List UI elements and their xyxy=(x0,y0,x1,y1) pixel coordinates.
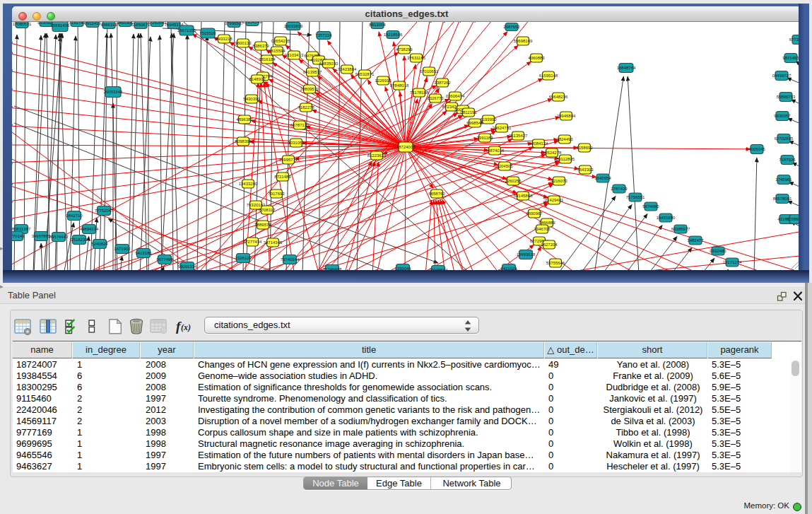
svg-text:55698169: 55698169 xyxy=(514,39,533,43)
svg-text:7357224: 7357224 xyxy=(315,33,332,37)
svg-text:73178108: 73178108 xyxy=(410,90,429,95)
svg-text:55886753: 55886753 xyxy=(777,95,796,99)
svg-text:71756551: 71756551 xyxy=(626,195,645,199)
svg-text:8386379: 8386379 xyxy=(252,44,269,48)
svg-text:00524278: 00524278 xyxy=(543,151,562,155)
svg-text:9600133: 9600133 xyxy=(235,41,252,45)
svg-text:5098393: 5098393 xyxy=(235,139,252,144)
svg-text:77752047: 77752047 xyxy=(95,209,114,213)
svg-text:7346706: 7346706 xyxy=(534,227,551,231)
svg-text:8148932: 8148932 xyxy=(249,77,266,81)
svg-text:5674680: 5674680 xyxy=(642,204,659,209)
svg-text:29946804: 29946804 xyxy=(557,114,576,118)
svg-text:86578091: 86578091 xyxy=(773,197,792,201)
svg-text:13433200: 13433200 xyxy=(239,182,258,186)
svg-text:13171274: 13171274 xyxy=(723,260,742,264)
svg-text:6690967: 6690967 xyxy=(526,211,543,216)
svg-text:0812191: 0812191 xyxy=(460,110,477,115)
svg-text:49894134: 49894134 xyxy=(80,227,99,231)
svg-text:1226916: 1226916 xyxy=(375,78,392,83)
svg-text:4896383: 4896383 xyxy=(236,117,253,122)
svg-text:34624751: 34624751 xyxy=(493,126,512,130)
svg-text:7770143: 7770143 xyxy=(12,234,25,238)
svg-text:34957885: 34957885 xyxy=(32,234,51,238)
svg-text:80831367: 80831367 xyxy=(12,227,31,231)
svg-text:1745961: 1745961 xyxy=(775,177,792,182)
svg-text:93103413: 93103413 xyxy=(285,53,304,57)
svg-text:5466889: 5466889 xyxy=(539,221,555,225)
svg-text:16848764: 16848764 xyxy=(617,66,636,70)
svg-text:96532871: 96532871 xyxy=(355,72,375,76)
svg-text:27354549: 27354549 xyxy=(243,22,262,24)
svg-text:5240824: 5240824 xyxy=(91,242,108,246)
svg-text:99091334: 99091334 xyxy=(178,264,197,269)
svg-text:3158692: 3158692 xyxy=(576,146,593,150)
svg-text:6204505: 6204505 xyxy=(496,164,513,168)
svg-text:6658760: 6658760 xyxy=(428,192,445,196)
svg-text:85574443: 85574443 xyxy=(49,235,69,239)
svg-text:87277434: 87277434 xyxy=(243,240,262,244)
svg-text:16671355: 16671355 xyxy=(177,28,196,33)
svg-text:0842710: 0842710 xyxy=(66,214,83,218)
svg-text:64835030: 64835030 xyxy=(319,62,339,66)
svg-text:2328120: 2328120 xyxy=(235,256,252,260)
svg-text:65787133: 65787133 xyxy=(290,123,310,127)
svg-text:9413186: 9413186 xyxy=(135,251,152,255)
svg-text:4005045: 4005045 xyxy=(748,147,765,151)
svg-text:37631165: 37631165 xyxy=(407,56,426,60)
svg-text:3482477: 3482477 xyxy=(687,238,704,243)
svg-text:7187026: 7187026 xyxy=(779,158,796,162)
svg-text:9636057: 9636057 xyxy=(774,114,791,118)
svg-text:28809570: 28809570 xyxy=(300,87,319,91)
svg-text:36995777: 36995777 xyxy=(279,158,298,162)
svg-text:4966319: 4966319 xyxy=(100,23,117,27)
svg-text:4216073: 4216073 xyxy=(551,179,567,183)
svg-text:7182278: 7182278 xyxy=(298,105,314,110)
svg-text:79740344: 79740344 xyxy=(281,257,300,262)
svg-text:3518233: 3518233 xyxy=(71,238,88,242)
svg-text:8813054: 8813054 xyxy=(369,23,386,27)
svg-text:9821465: 9821465 xyxy=(782,56,799,60)
svg-text:81223623: 81223623 xyxy=(367,153,387,158)
svg-text:1640954: 1640954 xyxy=(594,176,611,180)
svg-text:2787429: 2787429 xyxy=(611,187,628,191)
svg-text:7193745: 7193745 xyxy=(69,22,86,25)
svg-text:9912419: 9912419 xyxy=(84,22,101,25)
svg-text:8708317: 8708317 xyxy=(259,208,276,212)
svg-text:19218506: 19218506 xyxy=(384,33,403,37)
svg-text:01429401: 01429401 xyxy=(545,198,564,202)
svg-text:1824493: 1824493 xyxy=(556,137,573,141)
svg-text:20053346: 20053346 xyxy=(104,90,123,94)
svg-text:7917693: 7917693 xyxy=(268,192,285,196)
svg-text:3387262: 3387262 xyxy=(434,81,451,85)
svg-text:7816184: 7816184 xyxy=(259,57,276,62)
svg-text:34714345: 34714345 xyxy=(264,240,283,245)
svg-text:0433218: 0433218 xyxy=(216,37,233,41)
svg-text:53755646: 53755646 xyxy=(546,261,565,265)
svg-text:2987652: 2987652 xyxy=(503,25,520,29)
svg-text:98084124: 98084124 xyxy=(529,141,548,146)
svg-text:0932480: 0932480 xyxy=(710,249,726,253)
svg-text:25135427: 25135427 xyxy=(509,134,528,138)
svg-text:7543303: 7543303 xyxy=(577,168,594,172)
svg-text:97848018: 97848018 xyxy=(390,83,409,88)
svg-text:5430391: 5430391 xyxy=(243,97,260,101)
svg-text:80112805: 80112805 xyxy=(556,157,575,161)
svg-text:4060883: 4060883 xyxy=(528,56,545,60)
svg-text:(x): (x) xyxy=(181,322,191,332)
svg-text:64139537: 64139537 xyxy=(303,70,322,74)
svg-text:7515526: 7515526 xyxy=(199,31,216,35)
svg-text:17080531: 17080531 xyxy=(13,22,32,26)
svg-text:1615594: 1615594 xyxy=(269,49,286,53)
svg-text:1326773: 1326773 xyxy=(427,96,444,100)
svg-text:61595148: 61595148 xyxy=(539,74,558,78)
svg-text:37996507: 37996507 xyxy=(225,22,244,25)
svg-text:13493618: 13493618 xyxy=(517,252,536,257)
svg-text:60385977: 60385977 xyxy=(671,227,690,231)
svg-text:8677496: 8677496 xyxy=(156,257,173,262)
svg-text:62702895: 62702895 xyxy=(775,136,794,141)
svg-text:15451680: 15451680 xyxy=(657,216,676,220)
svg-text:8721489: 8721489 xyxy=(274,175,291,179)
svg-text:34874016: 34874016 xyxy=(486,148,505,153)
svg-text:72423884: 72423884 xyxy=(338,67,357,71)
